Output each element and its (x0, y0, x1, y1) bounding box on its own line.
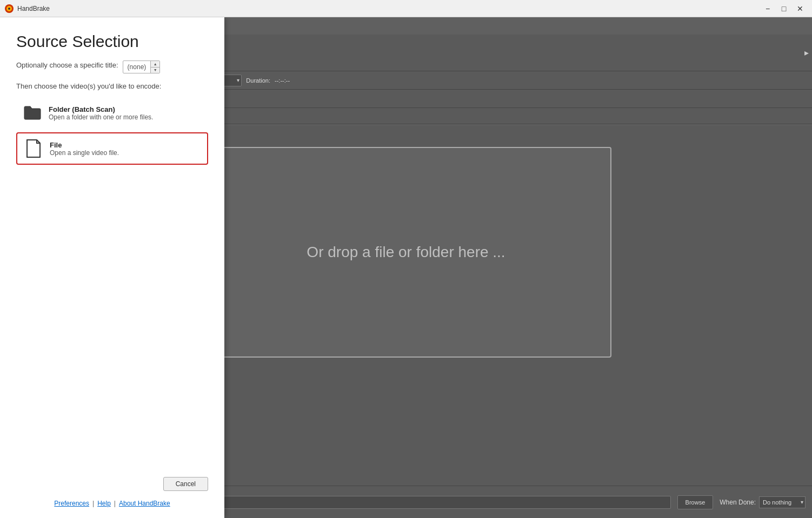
title-spinbox: (none) ▲ ▼ (123, 60, 161, 73)
folder-icon (23, 103, 42, 123)
when-done-label: When Done: (720, 499, 756, 506)
file-option-text: File Open a single video file. (50, 141, 119, 157)
duration-value: --:--:-- (275, 77, 290, 84)
folder-option-desc: Open a folder with one or more files. (49, 113, 153, 121)
preferences-link[interactable]: Preferences (54, 500, 89, 507)
source-spacer (16, 169, 208, 477)
app-icon (4, 4, 14, 14)
duration-label: Duration: (246, 77, 270, 84)
title-selector-label: Optionally choose a specific title: (16, 61, 118, 69)
source-selection-panel: Source Selection Optionally choose a spe… (0, 17, 224, 518)
minimize-button[interactable]: − (760, 3, 775, 15)
spinbox-down-button[interactable]: ▼ (151, 68, 159, 73)
title-bar: HandBrake − □ ✕ (0, 0, 812, 17)
cancel-button[interactable]: Cancel (163, 477, 208, 491)
spinbox-value: (none) (123, 61, 151, 73)
folder-option-title: Folder (Batch Scan) (49, 105, 153, 113)
browse-button[interactable]: Browse (677, 495, 714, 509)
source-footer-links: Preferences | Help | About HandBrake (16, 500, 208, 507)
spinbox-up-button[interactable]: ▲ (151, 61, 159, 68)
source-selection-title: Source Selection (16, 32, 208, 51)
app-title: HandBrake (17, 5, 760, 12)
window-controls: − □ ✕ (760, 3, 808, 15)
when-done-area: When Done: Do nothing (720, 496, 806, 508)
encode-label: Then choose the video(s) you'd like to e… (16, 82, 208, 90)
about-link[interactable]: About HandBrake (119, 500, 170, 507)
svg-point-2 (8, 8, 10, 10)
help-link[interactable]: Help (97, 500, 111, 507)
close-button[interactable]: ✕ (793, 3, 808, 15)
footer-sep-1: | (92, 500, 94, 507)
drop-zone-text: Or drop a file or folder here ... (307, 244, 505, 261)
file-icon (24, 139, 43, 158)
file-option-desc: Open a single video file. (50, 149, 119, 157)
when-done-dropdown-wrapper: Do nothing (759, 496, 806, 508)
folder-option-text: Folder (Batch Scan) Open a folder with o… (49, 105, 153, 121)
source-cancel-area: Cancel (16, 477, 208, 491)
when-done-dropdown[interactable]: Do nothing (759, 496, 806, 508)
source-option-folder[interactable]: Folder (Batch Scan) Open a folder with o… (16, 98, 208, 128)
file-option-title: File (50, 141, 119, 149)
source-option-file[interactable]: File Open a single video file. (16, 132, 208, 165)
footer-sep-2: | (114, 500, 116, 507)
spinbox-arrows: ▲ ▼ (151, 61, 159, 73)
drop-zone[interactable]: Or drop a file or folder here ... (201, 147, 611, 358)
toolbar-scroll-right[interactable]: ▸ (801, 35, 812, 71)
title-selector: Optionally choose a specific title: (non… (16, 60, 208, 73)
maximize-button[interactable]: □ (776, 3, 791, 15)
